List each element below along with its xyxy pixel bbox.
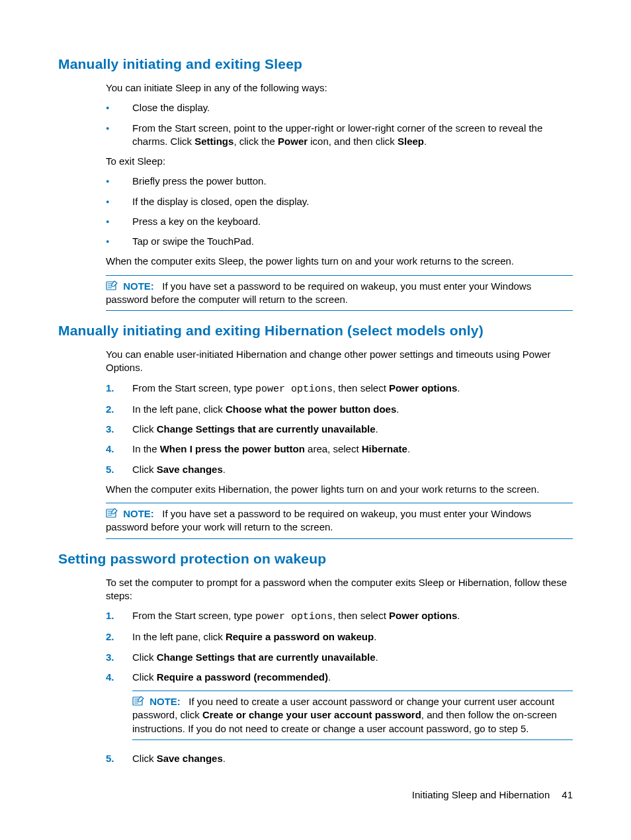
text: From the Start screen, type <box>132 382 255 394</box>
bold-text: Change Settings that are currently unava… <box>157 423 376 435</box>
page-number: 41 <box>562 789 573 800</box>
note-sleep: NOTE: If you have set a password to be r… <box>106 275 573 312</box>
list-item: Click Change Settings that are currently… <box>106 423 573 436</box>
note-icon <box>106 507 119 518</box>
note-text: If you have set a password to be require… <box>106 280 531 305</box>
pw-intro: To set the computer to prompt for a pass… <box>106 576 573 603</box>
list-item: In the left pane, click Require a passwo… <box>106 630 573 644</box>
mono-text: power options <box>255 611 333 622</box>
text: icon, and then click <box>308 136 398 147</box>
text: Click <box>132 671 157 683</box>
sleep-intro: You can initiate Sleep in any of the fol… <box>106 81 573 95</box>
bold-text: Choose what the power button does <box>226 403 396 415</box>
password-body: To set the computer to prompt for a pass… <box>106 576 573 685</box>
note-icon <box>106 280 119 290</box>
hib-steps: From the Start screen, type power option… <box>106 382 573 476</box>
text: , click the <box>233 136 278 147</box>
bold-text: Settings <box>194 136 233 147</box>
mono-text: power options <box>255 384 333 395</box>
list-item: Click Save changes. <box>106 463 573 476</box>
footer-title: Initiating Sleep and Hibernation <box>412 789 550 800</box>
note-password: NOTE: If you need to create a user accou… <box>132 691 573 740</box>
note-label: NOTE: <box>123 508 154 519</box>
bold-text: Require a password (recommended) <box>157 671 328 683</box>
list-item: Press a key on the keyboard. <box>106 215 573 228</box>
text: . <box>376 651 378 663</box>
note-label: NOTE: <box>123 280 154 292</box>
list-item: In the left pane, click Choose what the … <box>106 403 573 416</box>
pw-steps: From the Start screen, type power option… <box>106 609 573 684</box>
bold-text: Power options <box>389 382 457 394</box>
text: Click <box>132 423 157 435</box>
text: Click <box>132 651 157 663</box>
note-text: If you have set a password to be require… <box>106 508 531 532</box>
list-item: From the Start screen, point to the uppe… <box>106 122 573 149</box>
list-item: Close the display. <box>106 101 573 114</box>
text: area, select <box>305 443 362 454</box>
list-item: Click Save changes. <box>106 752 573 765</box>
hibernation-body: You can enable user-initiated Hibernatio… <box>106 348 573 496</box>
sleep-after: When the computer exits Sleep, the power… <box>106 255 573 268</box>
sleep-body: You can initiate Sleep in any of the fol… <box>106 81 573 269</box>
text: From the Start screen, type <box>132 610 255 621</box>
sleep-exit-label: To exit Sleep: <box>106 155 573 168</box>
bold-text: Hibernate <box>362 443 407 454</box>
text: . <box>223 464 226 475</box>
document-page: Manually initiating and exiting Sleep Yo… <box>0 0 631 840</box>
bold-text: Change Settings that are currently unava… <box>157 651 376 663</box>
bold-text: Save changes <box>157 464 223 475</box>
heading-hibernation: Manually initiating and exiting Hibernat… <box>58 323 573 339</box>
bold-text: Create or change your user account passw… <box>202 709 421 720</box>
heading-sleep: Manually initiating and exiting Sleep <box>58 56 573 72</box>
list-item: From the Start screen, type power option… <box>106 609 573 624</box>
password-body-cont: Click Save changes. <box>106 752 573 765</box>
text: . <box>424 136 427 147</box>
note-icon <box>132 695 146 706</box>
bold-text: Require a password on wakeup <box>226 631 374 642</box>
text: . <box>457 610 460 621</box>
list-item: Briefly press the power button. <box>106 175 573 188</box>
list-item: If the display is closed, open the displ… <box>106 195 573 208</box>
sleep-exit-list: Briefly press the power button. If the d… <box>106 175 573 248</box>
text: . <box>407 443 410 454</box>
note-label: NOTE: <box>149 696 181 707</box>
list-item: Click Require a password (recommended). <box>106 671 573 684</box>
text: . <box>328 671 331 683</box>
list-item: Tap or swipe the TouchPad. <box>106 235 573 248</box>
bold-text: Save changes <box>157 753 223 764</box>
bold-text: Power <box>278 136 308 147</box>
text: In the left pane, click <box>132 403 226 415</box>
hib-intro: You can enable user-initiated Hibernatio… <box>106 348 573 375</box>
text: Click <box>132 464 157 475</box>
note-hibernation: NOTE: If you have set a password to be r… <box>106 503 573 539</box>
list-item: From the Start screen, type power option… <box>106 382 573 396</box>
pw-steps-cont: Click Save changes. <box>106 752 573 765</box>
list-item: Click Change Settings that are currently… <box>106 651 573 664</box>
sleep-init-list: Close the display. From the Start screen… <box>106 101 573 148</box>
hib-after: When the computer exits Hibernation, the… <box>106 483 573 496</box>
list-item: In the When I press the power button are… <box>106 442 573 456</box>
text: , then select <box>333 610 389 621</box>
text: . <box>457 382 460 394</box>
text: In the left pane, click <box>132 631 226 642</box>
bold-text: Power options <box>389 610 457 621</box>
text: , then select <box>333 382 389 394</box>
heading-password: Setting password protection on wakeup <box>58 551 573 567</box>
page-footer: Initiating Sleep and Hibernation41 <box>412 789 573 800</box>
text: . <box>223 753 226 764</box>
text: . <box>376 423 378 435</box>
bold-text: Sleep <box>398 136 424 147</box>
text: . <box>374 631 376 642</box>
text: Click <box>132 753 157 764</box>
text: . <box>396 403 399 415</box>
text: In the <box>132 443 160 454</box>
bold-text: When I press the power button <box>160 443 305 454</box>
